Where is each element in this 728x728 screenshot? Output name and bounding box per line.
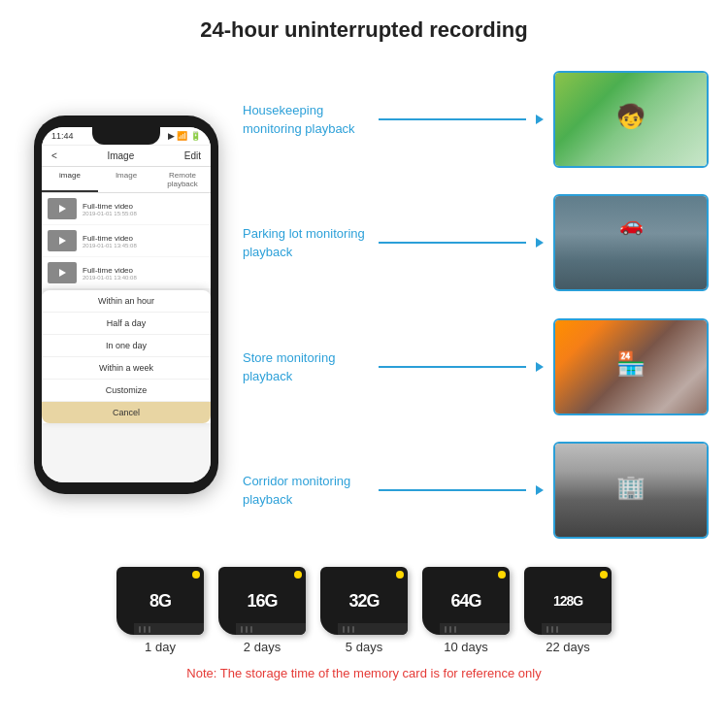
phone-back-button[interactable]: < <box>51 150 57 161</box>
video-thumb <box>48 262 77 283</box>
image-parking <box>555 196 707 289</box>
dropdown-item-hour[interactable]: Within an hour <box>42 290 211 313</box>
phone-edit-button[interactable]: Edit <box>184 150 201 161</box>
sd-card-32g: 32G <box>320 567 408 635</box>
sd-notch <box>542 623 612 635</box>
list-item[interactable]: Full-time video 2019-01-01 15:55:08 <box>42 193 211 224</box>
sd-notch <box>134 623 204 635</box>
sd-card-label-16g: 16G <box>247 591 277 612</box>
image-corridor <box>555 444 707 537</box>
phone-tab-image[interactable]: image <box>42 167 98 192</box>
image-store <box>555 320 707 414</box>
dropdown-cancel-button[interactable]: Cancel <box>42 402 211 423</box>
video-thumb <box>48 230 77 251</box>
phone-dropdown: Within an hour Half a day In one day Wit… <box>42 290 211 423</box>
connector-line <box>379 489 526 491</box>
sd-note: Note: The storage time of the memory car… <box>186 666 541 680</box>
monitoring-section: Housekeeping monitoring playback Parking… <box>243 52 709 557</box>
connector-line <box>379 366 526 368</box>
monitoring-label-housekeeping: Housekeeping monitoring playback <box>243 103 355 136</box>
phone-list: Full-time video 2019-01-01 15:55:08 Full… <box>42 193 211 482</box>
sd-card-label-8g: 8G <box>149 591 171 612</box>
sd-card-days-8g: 1 day <box>145 640 176 654</box>
phone-icons: ▶ 📶 🔋 <box>168 131 201 141</box>
sd-card-days-32g: 5 days <box>346 640 382 654</box>
phone-nav-bar: < Image Edit <box>42 146 211 167</box>
list-item-date: 2019-01-01 13:45:08 <box>83 243 137 248</box>
phone-mockup-container: 11:44 ▶ 📶 🔋 < Image Edit image Image Rem… <box>19 52 233 557</box>
monitoring-row-store: Store monitoring playback <box>243 318 709 415</box>
sd-card-item-8g: 8G 1 day <box>116 567 204 654</box>
sd-notch <box>338 623 408 635</box>
list-item-date: 2019-01-01 15:55:08 <box>83 211 137 216</box>
monitoring-label-store: Store monitoring playback <box>243 350 335 383</box>
monitoring-row-parking: Parking lot monitoring playback <box>243 194 709 291</box>
dropdown-item-oneday[interactable]: In one day <box>42 335 211 357</box>
sd-notch <box>236 623 306 635</box>
list-item-title: Full-time video <box>83 266 137 275</box>
list-item-title: Full-time video <box>83 202 137 211</box>
connector-line <box>379 242 526 244</box>
connector-arrow <box>536 115 544 124</box>
phone-notch <box>92 127 160 145</box>
sd-card-label-128g: 128G <box>553 593 582 609</box>
sd-notch <box>440 623 510 635</box>
monitoring-image-parking <box>553 194 709 291</box>
connector-line <box>379 118 526 120</box>
sd-card-item-16g: 16G 2 days <box>218 567 306 654</box>
sd-card-8g: 8G <box>116 567 204 635</box>
phone-tab-image2[interactable]: Image <box>98 167 154 192</box>
monitoring-label-parking: Parking lot monitoring playback <box>243 226 365 259</box>
monitoring-row-housekeeping: Housekeeping monitoring playback <box>243 71 709 168</box>
list-item-date: 2019-01-01 13:40:08 <box>83 275 137 281</box>
sd-card-64g: 64G <box>422 567 510 635</box>
phone-time: 11:44 <box>51 131 74 141</box>
sd-card-item-32g: 32G 5 days <box>320 567 408 654</box>
sd-card-item-128g: 128G 22 days <box>524 567 612 654</box>
connector-arrow <box>536 362 544 372</box>
sd-card-16g: 16G <box>218 567 306 635</box>
sd-card-item-64g: 64G 10 days <box>422 567 510 654</box>
sd-card-days-128g: 22 days <box>546 640 590 654</box>
page-title: 24-hour uninterrupted recording <box>0 0 728 52</box>
sd-card-label-64g: 64G <box>450 591 480 612</box>
connector-arrow <box>536 485 544 495</box>
sd-card-days-16g: 2 days <box>244 640 281 654</box>
dropdown-item-halfday[interactable]: Half a day <box>42 313 211 335</box>
sd-card-128g: 128G <box>524 567 612 635</box>
monitoring-row-corridor: Corridor monitoring playback <box>243 442 709 539</box>
sd-cards-section: 8G 1 day 16G 2 days <box>0 557 728 685</box>
phone-mockup: 11:44 ▶ 📶 🔋 < Image Edit image Image Rem… <box>34 116 218 494</box>
monitoring-image-store <box>553 318 709 415</box>
connector-arrow <box>536 238 544 248</box>
monitoring-image-corridor <box>553 442 709 539</box>
dropdown-item-week[interactable]: Within a week <box>42 357 211 380</box>
list-item[interactable]: Full-time video 2019-01-01 13:40:08 <box>42 257 211 288</box>
phone-tab-remote[interactable]: Remote playback <box>154 167 211 192</box>
phone-tabs: image Image Remote playback <box>42 167 211 193</box>
image-child <box>555 73 707 166</box>
phone-nav-title: Image <box>107 150 134 161</box>
list-item-title: Full-time video <box>83 234 137 243</box>
dropdown-item-customize[interactable]: Customize <box>42 380 211 402</box>
monitoring-label-corridor: Corridor monitoring playback <box>243 474 350 507</box>
sd-card-label-32g: 32G <box>348 591 379 612</box>
list-item[interactable]: Full-time video 2019-01-01 13:45:08 <box>42 225 211 256</box>
video-thumb <box>48 198 77 219</box>
phone-screen: 11:44 ▶ 📶 🔋 < Image Edit image Image Rem… <box>42 127 211 482</box>
monitoring-image-housekeeping <box>553 71 709 168</box>
sd-card-days-64g: 10 days <box>444 640 488 654</box>
sd-cards-row: 8G 1 day 16G 2 days <box>116 567 612 654</box>
